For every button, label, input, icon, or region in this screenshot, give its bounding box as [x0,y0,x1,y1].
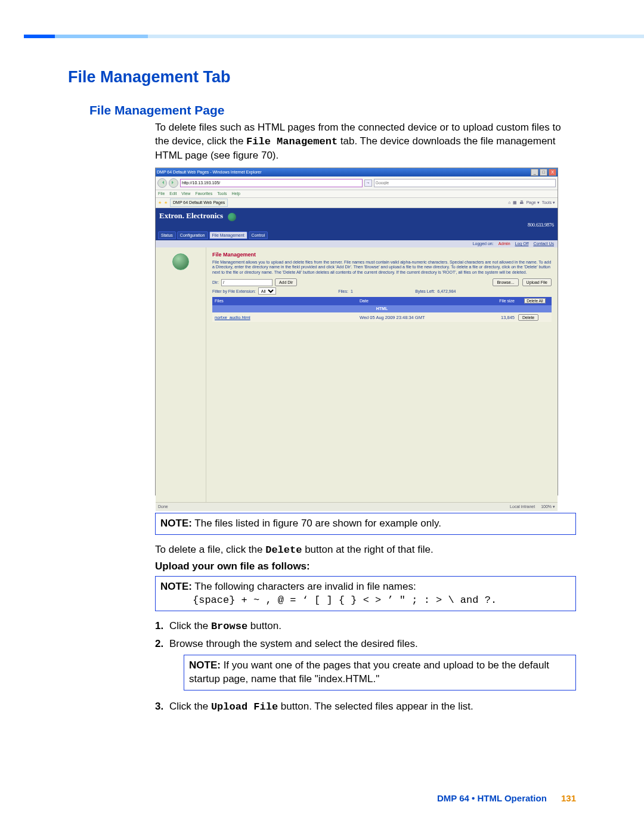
file-row: nortxe_audio.html Wed 05 Aug 2009 23:48:… [212,312,552,322]
search-input[interactable] [374,179,556,187]
upload-file-button[interactable]: Upload File [522,278,552,286]
go-button[interactable]: → [364,179,372,186]
file-date: Wed 05 Aug 2009 23:48:34 GMT [360,315,479,321]
window-close-button[interactable]: X [549,169,556,176]
menu-help[interactable]: Help [232,191,240,196]
panel-description: File Management allows you to upload and… [212,260,552,275]
webpage-nav-tabs: Status Configuration File Management Con… [156,231,558,240]
step2-note-text: If you want one of the pages that you cr… [189,659,549,685]
col-date: Date [360,298,479,304]
browse-button[interactable]: Browse... [493,278,518,286]
browser-menubar: File Edit View Favorites Tools Help [156,190,558,198]
delete-paragraph: To delete a file, click the Delete butto… [155,543,576,558]
filter-select[interactable]: All [258,287,276,295]
dir-label: Dir: [212,280,219,285]
file-link[interactable]: nortxe_audio.html [215,315,360,321]
section-title: File Management Tab [68,68,576,86]
menu-view[interactable]: View [181,191,190,196]
phone-number: 800.633.9876 [528,222,554,229]
filter-label: Filter by File Extension: [212,289,256,294]
window-title: DMP 64 Default Web Pages - Windows Inter… [157,169,262,175]
files-label: Files: [338,289,348,294]
footer-page-number: 131 [561,793,576,803]
file-management-panel: File Management File Management allows y… [206,247,558,511]
step-1-code: Browse [211,621,247,632]
note2-label: NOTE: [160,581,192,592]
sub-section-title: File Management Page [89,103,576,117]
file-section-html: HTML [212,305,552,312]
step-1-b: button. [247,620,281,631]
body-text: To delete files such as HTML pages from … [155,121,576,714]
tools-menu[interactable]: Tools ▾ [542,200,555,205]
tab-configuration[interactable]: Configuration [177,231,208,239]
page-menu[interactable]: Page ▾ [526,200,539,205]
menu-edit[interactable]: Edit [169,191,177,196]
side-globe-icon [172,253,189,270]
browser-tabbar: ★ ★ DMP 64 Default Web Pages ⌂ ▦ 🖶 Page … [156,198,558,208]
brand-logo-text: Extron. Electronics [159,211,223,220]
side-panel [156,247,206,511]
feed-icon[interactable]: ▦ [513,200,517,205]
status-left: Done [158,504,168,509]
contact-link[interactable]: Contact Us [533,241,554,246]
nav-back-icon[interactable] [157,178,167,188]
favorites-star-icon-2[interactable]: ★ [164,200,168,205]
url-input[interactable] [180,179,363,187]
tab-file-management[interactable]: File Management [209,231,247,239]
step-3-a: Click the [169,701,211,712]
file-size: 13,845 [479,315,518,321]
window-maximize-button[interactable]: □ [540,169,547,176]
delete-button[interactable]: Delete [518,314,538,321]
page-footer: DMP 64 • HTML Operation 131 [437,793,576,803]
step-3-b: button. The selected files appear in the… [278,701,473,712]
user-bar: Logged on: Admin Log Off Contact Us [156,240,558,247]
delete-code: Delete [265,544,302,556]
note1-text: The files listed in figure 70 are shown … [194,518,441,529]
file-table-header: Files Date File size Delete All [212,297,552,305]
footer-section: DMP 64 • HTML Operation [437,793,547,803]
print-icon[interactable]: 🖶 [519,200,524,205]
upload-heading: Upload your own file as follows: [155,560,576,574]
browser-tools: ⌂ ▦ 🖶 Page ▾ Tools ▾ [508,200,555,205]
browser-address-bar: → [156,176,558,190]
menu-tools[interactable]: Tools [217,191,227,196]
col-size: File size [479,298,518,304]
step-1-a: Click the [169,620,211,631]
logoff-link[interactable]: Log Off [515,241,529,246]
delete-all-button[interactable]: Delete All [524,298,545,304]
col-files: Files [212,298,360,304]
upload-steps: 1. Click the Browse button. 2. Browse th… [155,620,576,714]
menu-file[interactable]: File [158,191,165,196]
document-page: File Management Tab File Management Page… [0,0,644,833]
browser-status-bar: Done Local intranet 100% ▾ [156,502,558,511]
dir-input[interactable] [221,279,273,286]
tab-control[interactable]: Control [249,231,268,239]
step-3-code: Upload File [211,701,278,713]
status-zoom[interactable]: 100% ▾ [541,504,555,509]
intro-paragraph: To delete files such as HTML pages from … [155,121,576,163]
window-titlebar: DMP 64 Default Web Pages - Windows Inter… [156,168,558,176]
logged-on-user: Admin [499,241,510,246]
delete-text-b: button at the right of that file. [302,544,433,555]
step-2-a: Browse through the system and select the… [169,638,418,649]
logged-on-label: Logged on: [473,241,494,246]
delete-text-a: To delete a file, click the [155,544,265,555]
browser-tab[interactable]: DMP 64 Default Web Pages [170,199,228,206]
note-box-1: NOTE: The files listed in figure 70 are … [155,513,576,535]
nav-forward-icon[interactable] [169,178,178,188]
extron-banner: Extron. Electronics 800.633.9876 [156,208,558,231]
home-icon[interactable]: ⌂ [508,200,510,205]
window-buttons: _ □ X [531,169,556,176]
status-zone: Local intranet [510,504,535,509]
note1-label: NOTE: [160,518,192,529]
note2-line2: {space} + ~ , @ = ‘ [ ] { } < > ’ " ; : … [193,594,571,608]
tab-status[interactable]: Status [158,231,176,239]
favorites-star-icon[interactable]: ★ [158,200,162,205]
note-box-2: NOTE: The following characters are inval… [155,576,576,612]
bytes-left-value: 6,472,984 [437,289,456,294]
step-2-note: NOTE: If you want one of the pages that … [184,655,576,690]
window-minimize-button[interactable]: _ [531,169,538,176]
globe-icon [228,213,236,221]
add-dir-button[interactable]: Add Dir [275,278,297,286]
menu-favorites[interactable]: Favorites [195,191,212,196]
